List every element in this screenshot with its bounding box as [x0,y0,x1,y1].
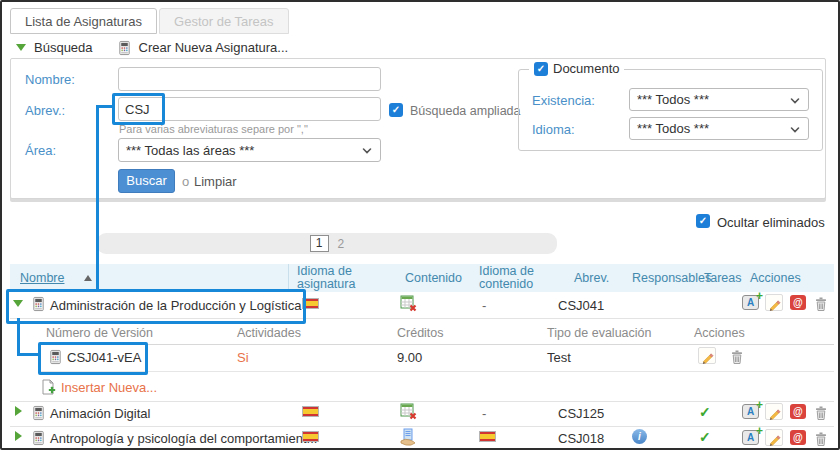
abrev-input[interactable] [118,97,381,121]
plus-badge: + [756,398,763,412]
expand-row-icon[interactable] [15,431,22,441]
table-header: Nombre Idioma de asignatura Contenido Id… [10,264,834,292]
or-text: o [182,174,189,189]
row-abrev: CSJ125 [558,406,604,421]
edit-icon[interactable] [765,294,783,311]
collapse-arrow-icon[interactable] [16,44,26,51]
delete-icon[interactable] [813,429,829,447]
collapse-row-icon[interactable] [13,300,23,307]
tab-bar: Lista de Asignaturas Gestor de Tareas [10,8,289,34]
subheader-acciones: Acciones [694,326,745,340]
flag-es-icon [302,406,319,417]
header-acciones: Acciones [750,271,801,285]
header-abrev: Abrev. [574,271,609,285]
app-window: Lista de Asignaturas Gestor de Tareas Bú… [0,0,840,450]
create-new-subject-button[interactable]: Crear Nueva Asignatura... [139,40,289,55]
abrev-label: Abrev.: [25,103,65,118]
subject-icon [31,403,46,421]
expand-row-icon[interactable] [15,406,22,416]
flag-es-icon [302,431,319,442]
search-panel: Nombre: Abrev.: Para varias abreviaturas… [10,58,826,199]
email-at-icon[interactable]: @ [790,430,806,445]
version-icon [48,347,63,365]
delete-version-icon[interactable] [729,347,745,365]
header-idioma-contenido: Idioma de contenido [479,265,551,291]
area-select[interactable]: *** Todas las áreas *** [118,138,381,162]
subheader-actividades: Actividades [237,326,301,340]
chevron-down-icon [789,121,801,136]
existencia-label: Existencia: [532,93,595,108]
content-missing-icon[interactable] [399,401,417,420]
row-abrev: CSJ018 [558,431,604,446]
page-1[interactable]: 1 [310,235,329,252]
tab-gestor-de-tareas[interactable]: Gestor de Tareas [159,8,288,34]
plus-badge: + [756,424,763,438]
tab-lista-de-asignaturas[interactable]: Lista de Asignaturas [10,8,157,34]
translate-add-icon[interactable]: A+ [742,295,759,310]
new-subject-icon [117,39,132,56]
subject-icon [31,294,46,312]
responsables-info-icon[interactable]: i [632,429,647,444]
header-tareas: Tareas [704,271,742,285]
subject-icon [31,428,46,446]
area-label: Área: [25,143,56,158]
flag-es-icon [302,298,319,309]
idioma-select[interactable]: *** Todos *** [629,117,809,140]
edit-version-icon[interactable] [698,347,716,364]
header-contenido: Contenido [405,271,462,285]
email-at-icon[interactable]: @ [790,404,806,419]
version-tipo: Test [547,350,571,365]
delete-icon[interactable] [813,403,829,421]
content-flag-es-icon [479,431,496,442]
header-nombre-sort[interactable]: Nombre [20,271,64,285]
row-name[interactable]: Antropología y psicología del comportami… [50,431,317,446]
email-at-icon[interactable]: @ [790,295,806,310]
chevron-down-icon [361,143,373,158]
header-idioma-asignatura: Idioma de asignatura [297,265,369,291]
row-abrev: CSJ041 [558,298,604,313]
edit-icon[interactable] [765,403,783,420]
documento-checkbox[interactable]: ✓ [534,62,548,76]
subheader-tipo-evaluacion: Tipo de evaluación [547,326,651,340]
search-toggle[interactable]: Búsqueda [34,40,93,55]
subheader-creditos: Créditos [397,326,444,340]
existencia-select[interactable]: *** Todos *** [629,88,809,111]
nombre-input[interactable] [118,67,381,91]
translate-add-icon[interactable]: A+ [742,404,759,419]
insert-new-icon[interactable] [40,377,56,395]
subtable-divider [40,371,834,372]
limpiar-link[interactable]: Limpiar [194,174,237,189]
documento-fieldset: ✓ Documento Existencia: *** Todos *** Id… [518,69,823,151]
row-divider [10,401,834,402]
subtable-divider [40,344,834,345]
busqueda-ampliada-checkbox[interactable]: ✓ [389,103,403,117]
documento-legend: ✓ Documento [529,61,624,76]
subheader-version: Número de Versión [46,326,153,340]
idioma-label: Idioma: [532,122,575,137]
insert-new-link[interactable]: Insertar Nueva... [61,380,157,395]
ocultar-eliminados-checkbox[interactable]: ✓ [696,214,710,228]
chevron-down-icon [789,92,801,107]
annotation-connector-line [17,353,38,356]
ocultar-eliminados-label: Ocultar eliminados [717,215,825,230]
version-name[interactable]: CSJ041-vEA [67,350,141,365]
annotation-connector-line [17,318,20,356]
edit-icon[interactable] [765,429,783,446]
content-language-dash: - [482,298,486,313]
tasks-check-icon: ✓ [699,404,711,420]
busqueda-ampliada-label: Búsqueda ampliada [410,104,521,118]
existencia-select-value: *** Todos *** [637,92,709,107]
content-delivered-icon[interactable] [399,427,417,446]
version-actividades: Si [237,350,249,365]
row-name[interactable]: Animación Digital [50,406,150,421]
row-name[interactable]: Administración de la Producción y Logíst… [50,298,301,313]
buscar-button[interactable]: Buscar [118,169,175,193]
version-creditos: 9.00 [397,350,422,365]
page-2[interactable]: 2 [338,237,345,251]
tasks-check-icon: ✓ [699,429,711,445]
delete-icon[interactable] [813,294,829,312]
documento-label: Documento [553,61,619,76]
translate-add-icon[interactable]: A+ [742,430,759,445]
pagination: 1 2 [97,233,557,254]
content-missing-icon[interactable] [399,293,417,312]
